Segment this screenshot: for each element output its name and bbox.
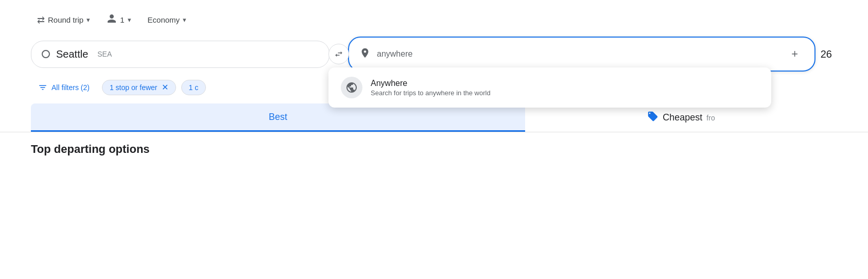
destination-plus-button[interactable]: + bbox=[786, 45, 804, 63]
destination-input[interactable] bbox=[377, 49, 779, 59]
tab-best-label: Best bbox=[269, 112, 287, 123]
destination-pin-icon bbox=[359, 47, 371, 61]
search-row: Seattle SEA + 26 A bbox=[0, 37, 868, 72]
class-chevron-icon: ▾ bbox=[183, 16, 186, 24]
stop-filter-chip[interactable]: 1 stop or fewer ✕ bbox=[102, 80, 176, 95]
tab-best[interactable]: Best bbox=[31, 103, 525, 132]
partial-filter-chip[interactable]: 1 c bbox=[181, 80, 206, 95]
price-tag-icon bbox=[647, 111, 658, 125]
anywhere-option-text: Anywhere Search for trips to anywhere in… bbox=[371, 79, 491, 97]
person-icon bbox=[107, 13, 117, 26]
destination-input-box[interactable]: + bbox=[348, 37, 815, 72]
all-filters-label: All filters (2) bbox=[51, 83, 90, 92]
stop-filter-label: 1 stop or fewer bbox=[110, 83, 158, 92]
origin-circle-icon bbox=[42, 50, 50, 58]
top-bar: ⇄ Round trip ▾ 1 ▾ Economy ▾ bbox=[0, 0, 868, 37]
trip-type-label: Round trip bbox=[48, 15, 83, 24]
tab-cheapest-from: fro bbox=[706, 114, 715, 122]
date-area[interactable]: 26 bbox=[815, 48, 837, 60]
bottom-section: Top departing options bbox=[0, 132, 868, 161]
globe-icon bbox=[341, 77, 362, 98]
tabs-row: Best Cheapest fro bbox=[0, 103, 868, 132]
swap-button[interactable] bbox=[328, 44, 349, 64]
origin-input-box[interactable]: Seattle SEA bbox=[31, 41, 329, 68]
stop-filter-remove-icon[interactable]: ✕ bbox=[162, 83, 168, 92]
class-button[interactable]: Economy ▾ bbox=[142, 11, 193, 28]
tab-cheapest[interactable]: Cheapest fro bbox=[525, 103, 837, 132]
tab-cheapest-label: Cheapest bbox=[663, 112, 702, 123]
trip-type-chevron-icon: ▾ bbox=[86, 16, 90, 24]
anywhere-title: Anywhere bbox=[371, 79, 491, 88]
departing-heading: Top departing options bbox=[31, 143, 837, 156]
trip-type-button[interactable]: ⇄ Round trip ▾ bbox=[31, 10, 96, 30]
passengers-count: 1 bbox=[120, 15, 124, 24]
plus-icon: + bbox=[791, 47, 798, 61]
arrows-icon: ⇄ bbox=[37, 14, 45, 26]
anywhere-option[interactable]: Anywhere Search for trips to anywhere in… bbox=[328, 67, 771, 108]
origin-code: SEA bbox=[97, 50, 112, 58]
destination-dropdown: Anywhere Search for trips to anywhere in… bbox=[328, 67, 771, 108]
partial-filter-label: 1 c bbox=[189, 83, 199, 92]
anywhere-subtitle: Search for trips to anywhere in the worl… bbox=[371, 89, 491, 97]
class-label: Economy bbox=[148, 15, 180, 24]
all-filters-button[interactable]: All filters (2) bbox=[31, 79, 97, 96]
date-number: 26 bbox=[821, 48, 832, 60]
passengers-button[interactable]: 1 ▾ bbox=[100, 9, 137, 30]
origin-city: Seattle bbox=[56, 48, 88, 60]
passengers-chevron-icon: ▾ bbox=[128, 16, 131, 24]
